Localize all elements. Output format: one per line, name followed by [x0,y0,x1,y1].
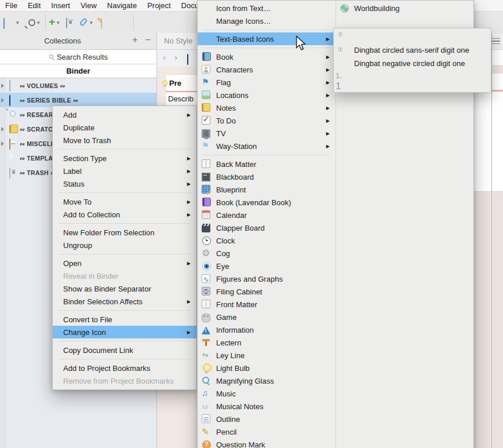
collection-tab-search-results[interactable]: Search Results [0,50,156,64]
menu-item-open[interactable]: Open [53,257,196,269]
menubar-item-file[interactable]: File [5,1,17,10]
search-chevron-icon[interactable]: ▾ [37,20,40,26]
binder-item-label: ∾ TEMPLAT [20,155,56,162]
menubar-item-project[interactable]: Project [147,1,170,10]
add-chevron-icon[interactable]: ▾ [57,20,60,26]
menu-item-change-icon[interactable]: Change Icon [53,326,196,338]
book-icon [202,52,211,61]
menu-item-convert-to-file[interactable]: Convert to File [53,313,196,326]
document-book-icon[interactable] [187,54,188,65]
circled-one-icon[interactable]: ① [338,46,343,53]
menu-item-way-station[interactable]: Way-Station [198,140,336,152]
menu-item-magnifying-glass[interactable]: Magnifying Glass [198,374,336,387]
menu-item-add[interactable]: Add [53,108,196,121]
paperclip-chevron-icon[interactable]: ▾ [90,20,93,26]
trash-icon[interactable] [66,17,67,28]
menu-item-lectern[interactable]: Lectern [198,336,336,349]
menu-item-calendar[interactable]: Calendar [198,209,336,221]
menu-item-clock[interactable]: Clock [198,234,336,247]
menu-item-eye[interactable]: Eye [198,260,336,272]
menu-item-text-based-icons[interactable]: Text-Based Icons [198,32,336,45]
menu-item-new-folder-from-selection[interactable]: New Folder From Selection [53,226,196,239]
menu-item-icon-from-text[interactable]: Icon from Text… [198,2,336,14]
menu-item-front-matter[interactable]: Front Matter [198,298,336,311]
menu-item-move-to[interactable]: Move To [53,195,196,208]
menu-item-cog[interactable]: Cog [198,247,336,260]
menu-item-question-mark[interactable]: Question Mark [198,438,336,448]
disclosure-triangle-icon[interactable] [1,127,4,132]
menu-item-characters[interactable]: Characters [198,63,336,76]
style-dropdown[interactable]: No Style [164,37,192,45]
menu-item-game[interactable]: Game [198,311,336,323]
menu-item-ungroup[interactable]: Ungroup [53,239,196,252]
menu-item-ley-line[interactable]: Ley Line [198,349,336,362]
menu-item-clapper-board[interactable]: Clapper Board [198,221,336,234]
paperclip-icon[interactable] [79,17,88,27]
menubar-item-navigate[interactable]: Navigate [107,1,137,10]
binder-panel-icon[interactable] [3,18,5,29]
menu-item-information[interactable]: Information [198,323,336,336]
circled-one-icon[interactable]: ① [338,31,343,38]
disclosure-triangle-icon[interactable] [1,141,4,146]
menu-item-copy-document-link[interactable]: Copy Document Link [53,344,196,356]
align-left-icon[interactable] [491,38,500,45]
notes-icon [202,103,210,112]
menu-item-figures-and-graphs[interactable]: Figures and Graphs [198,272,336,285]
add-collection-button[interactable]: + [130,35,140,45]
back-arrow-icon[interactable]: ‹ [163,52,166,62]
menubar-item-insert[interactable]: Insert [51,1,70,10]
blueprint-icon [202,185,210,194]
menu-item-dingbat-circled[interactable]: Dingbat circled sans-serif digit one [354,46,469,54]
search-results-label: Search Results [57,53,108,61]
menu-item-blackboard[interactable]: Blackboard [198,170,336,183]
menu-item-locations[interactable]: Locations [198,89,336,101]
document-card[interactable]: Pre Describ [165,74,201,109]
editor-lower-fragment [474,191,503,448]
disclosure-triangle-icon[interactable] [1,98,4,103]
menu-item-to-do[interactable]: To Do [198,114,336,127]
menu-item-filing-cabinet[interactable]: Filing Cabinet [198,285,336,298]
menu-item-status[interactable]: Status [53,177,196,190]
blackboard-icon [202,173,210,181]
forward-arrow-icon[interactable]: › [174,52,177,62]
music-note-icon [202,389,210,398]
menu-item-section-type[interactable]: Section Type [53,152,196,165]
menu-item-outline[interactable]: Outline [198,413,336,425]
menu-item-blueprint[interactable]: Blueprint [198,183,336,196]
menu-item-label[interactable]: Label [53,165,196,177]
menu-item-show-as-binder-separator[interactable]: Show as Binder Separator [53,282,196,295]
remove-collection-button[interactable]: − [143,35,153,45]
disclosure-triangle-icon[interactable] [1,83,4,88]
menu-item-musical-notes[interactable]: Musical Notes [198,400,336,413]
digit-one-icon[interactable]: 1 [336,81,341,92]
menu-item-book[interactable]: Book [198,50,336,63]
menu-item-manage-icons[interactable]: Manage Icons… [198,14,336,27]
menu-item-binder-selection-affects[interactable]: Binder Selection Affects [53,295,196,308]
add-icon[interactable]: + [49,17,55,26]
menu-item-music[interactable]: Music [198,387,336,400]
menu-item-light-bulb[interactable]: Light Bulb [198,362,336,374]
menu-item-dingbat-negative-circled[interactable]: Dingbat negative circled digit one [354,59,465,68]
menu-separator [59,341,191,341]
binder-panel-chevron-icon[interactable]: ▾ [16,20,19,26]
menu-item-tv[interactable]: TV [198,127,336,140]
menu-item-add-to-collection[interactable]: Add to Collection [53,208,196,221]
compose-icon[interactable] [101,18,102,29]
menu-item-flag[interactable]: Flag [198,76,336,89]
document-card-title: Pre [169,79,181,88]
menu-item-book-lavendar[interactable]: Book (Lavendar Book) [198,196,336,209]
menu-item-add-to-project-bookmarks[interactable]: Add to Project Bookmarks [53,362,196,374]
binder-item-volumes[interactable]: ∾ VOLUMES ∾ [0,78,156,93]
collection-tab-binder[interactable]: Binder [0,64,156,78]
binder-label: Binder [66,67,90,75]
menu-item-pencil[interactable]: Pencil [198,425,336,438]
menu-item-back-matter[interactable]: Back Matter [198,158,336,170]
menu-separator [59,149,191,150]
menubar-item-edit[interactable]: Edit [28,1,41,10]
digit-one-period-icon[interactable]: 1. [336,71,342,80]
menu-item-duplicate[interactable]: Duplicate [53,121,196,134]
menubar-item-view[interactable]: View [81,1,97,10]
menu-item-notes[interactable]: Notes [198,101,336,114]
menu-item-worldbuilding[interactable]: Worldbuilding [336,2,475,14]
menu-item-move-to-trash[interactable]: Move to Trash [53,134,196,147]
